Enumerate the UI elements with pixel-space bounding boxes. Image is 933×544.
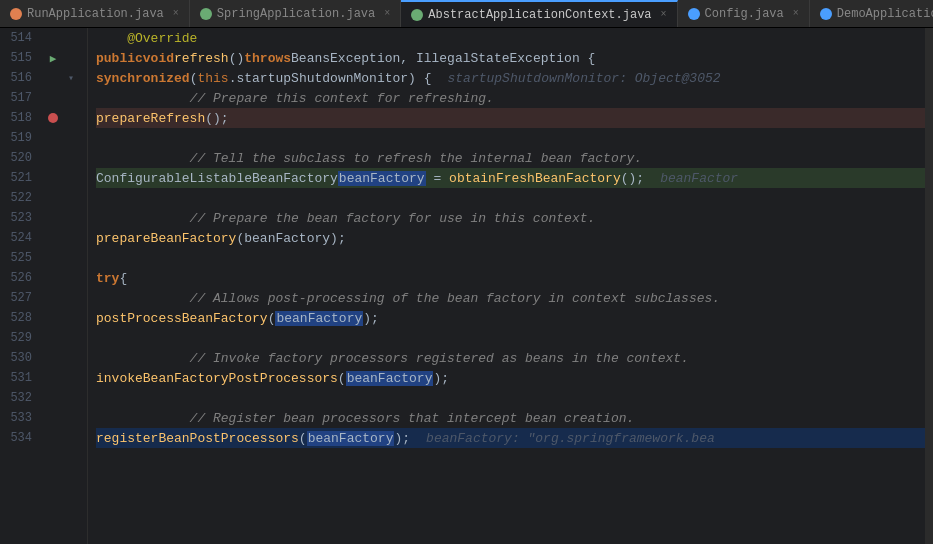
tab-label-abstract: AbstractApplicationContext.java bbox=[428, 8, 651, 22]
fold-516[interactable]: ▾ bbox=[64, 71, 78, 85]
tab-label-run: RunApplication.java bbox=[27, 7, 164, 21]
gutter-row-523: 523 bbox=[0, 208, 87, 228]
tab-close-abstract[interactable]: × bbox=[661, 9, 667, 20]
fold-515 bbox=[64, 51, 78, 65]
tab-spring[interactable]: SpringApplication.java× bbox=[190, 0, 401, 28]
gutter-row-518: 518 bbox=[0, 108, 87, 128]
tab-icon-run bbox=[10, 8, 22, 20]
code-line-521: ConfigurableListableBeanFactory beanFact… bbox=[96, 168, 925, 188]
code-line-530: // Invoke factory processors registered … bbox=[96, 348, 925, 368]
line-num-515: 515 bbox=[0, 51, 42, 65]
tab-bar: RunApplication.java×SpringApplication.ja… bbox=[0, 0, 933, 28]
code-line-529 bbox=[96, 328, 925, 348]
line-num-524: 524 bbox=[0, 231, 42, 245]
code-line-528: postProcessBeanFactory(beanFactory); bbox=[96, 308, 925, 328]
tab-label-config: Config.java bbox=[705, 7, 784, 21]
gutter-row-532: 532 bbox=[0, 388, 87, 408]
fold-526 bbox=[64, 271, 78, 285]
fold-531 bbox=[64, 371, 78, 385]
tab-close-run[interactable]: × bbox=[173, 8, 179, 19]
fold-527 bbox=[64, 291, 78, 305]
line-num-528: 528 bbox=[0, 311, 42, 325]
fold-532 bbox=[64, 391, 78, 405]
line-num-522: 522 bbox=[0, 191, 42, 205]
gutter-row-519: 519 bbox=[0, 128, 87, 148]
line-num-521: 521 bbox=[0, 171, 42, 185]
fold-528 bbox=[64, 311, 78, 325]
fold-514 bbox=[64, 31, 78, 45]
code-line-525 bbox=[96, 248, 925, 268]
gutter-row-522: 522 bbox=[0, 188, 87, 208]
tab-icon-config bbox=[688, 8, 700, 20]
gutter-row-520: 520 bbox=[0, 148, 87, 168]
breakpoint-518 bbox=[48, 113, 58, 123]
gutter-row-529: 529 bbox=[0, 328, 87, 348]
fold-519 bbox=[64, 131, 78, 145]
gutter-row-528: 528 bbox=[0, 308, 87, 328]
gutter-row-530: 530 bbox=[0, 348, 87, 368]
tab-icon-demo bbox=[820, 8, 832, 20]
line-num-527: 527 bbox=[0, 291, 42, 305]
tab-label-spring: SpringApplication.java bbox=[217, 7, 375, 21]
gutter-row-515: 515 ▶ bbox=[0, 48, 87, 68]
tab-close-spring[interactable]: × bbox=[384, 8, 390, 19]
fold-533 bbox=[64, 411, 78, 425]
fold-530 bbox=[64, 351, 78, 365]
code-line-522 bbox=[96, 188, 925, 208]
code-line-519 bbox=[96, 128, 925, 148]
fold-521 bbox=[64, 171, 78, 185]
gutter-row-531: 531 bbox=[0, 368, 87, 388]
fold-522 bbox=[64, 191, 78, 205]
tab-run[interactable]: RunApplication.java× bbox=[0, 0, 190, 28]
code-line-517: // Prepare this context for refreshing. bbox=[96, 88, 925, 108]
line-num-516: 516 bbox=[0, 71, 42, 85]
gutter-row-534: 534 bbox=[0, 428, 87, 448]
line-num-533: 533 bbox=[0, 411, 42, 425]
code-line-527: // Allows post-processing of the bean fa… bbox=[96, 288, 925, 308]
gutter-row-526: 526 bbox=[0, 268, 87, 288]
fold-517 bbox=[64, 91, 78, 105]
line-num-534: 534 bbox=[0, 431, 42, 445]
scrollbar[interactable] bbox=[925, 28, 933, 544]
gutter-icons-515: ▶ bbox=[42, 52, 64, 65]
tab-icon-abstract bbox=[411, 9, 423, 21]
line-num-523: 523 bbox=[0, 211, 42, 225]
fold-524 bbox=[64, 231, 78, 245]
line-num-514: 514 bbox=[0, 31, 42, 45]
arrow-icon-515: ▶ bbox=[50, 52, 57, 65]
tab-close-config[interactable]: × bbox=[793, 8, 799, 19]
tab-label-demo: DemoApplication.ja bbox=[837, 7, 933, 21]
fold-534 bbox=[64, 431, 78, 445]
code-line-524: prepareBeanFactory(beanFactory); bbox=[96, 228, 925, 248]
editor: 514 515 ▶ 516 ▾ 517 518 519 520 521 522 … bbox=[0, 28, 933, 544]
line-num-529: 529 bbox=[0, 331, 42, 345]
code-line-532 bbox=[96, 388, 925, 408]
code-area: @Override public void refresh() throws B… bbox=[88, 28, 925, 544]
line-num-531: 531 bbox=[0, 371, 42, 385]
fold-523 bbox=[64, 211, 78, 225]
code-line-518: prepareRefresh(); bbox=[96, 108, 925, 128]
line-num-526: 526 bbox=[0, 271, 42, 285]
code-line-515: public void refresh() throws BeansExcept… bbox=[96, 48, 925, 68]
fold-520 bbox=[64, 151, 78, 165]
line-num-530: 530 bbox=[0, 351, 42, 365]
code-line-514: @Override bbox=[96, 28, 925, 48]
tab-demo[interactable]: DemoApplication.ja× bbox=[810, 0, 933, 28]
line-num-519: 519 bbox=[0, 131, 42, 145]
code-line-531: invokeBeanFactoryPostProcessors(beanFact… bbox=[96, 368, 925, 388]
gutter-icons-518 bbox=[42, 113, 64, 123]
line-num-525: 525 bbox=[0, 251, 42, 265]
gutter-row-514: 514 bbox=[0, 28, 87, 48]
gutter-row-524: 524 bbox=[0, 228, 87, 248]
line-num-517: 517 bbox=[0, 91, 42, 105]
line-num-532: 532 bbox=[0, 391, 42, 405]
code-line-534: registerBeanPostProcessors(beanFactory);… bbox=[96, 428, 925, 448]
gutter-row-517: 517 bbox=[0, 88, 87, 108]
tab-config[interactable]: Config.java× bbox=[678, 0, 810, 28]
code-line-523: // Prepare the bean factory for use in t… bbox=[96, 208, 925, 228]
line-num-518: 518 bbox=[0, 111, 42, 125]
gutter-row-533: 533 bbox=[0, 408, 87, 428]
tab-abstract[interactable]: AbstractApplicationContext.java× bbox=[401, 0, 677, 28]
fold-529 bbox=[64, 331, 78, 345]
code-line-526: try { bbox=[96, 268, 925, 288]
